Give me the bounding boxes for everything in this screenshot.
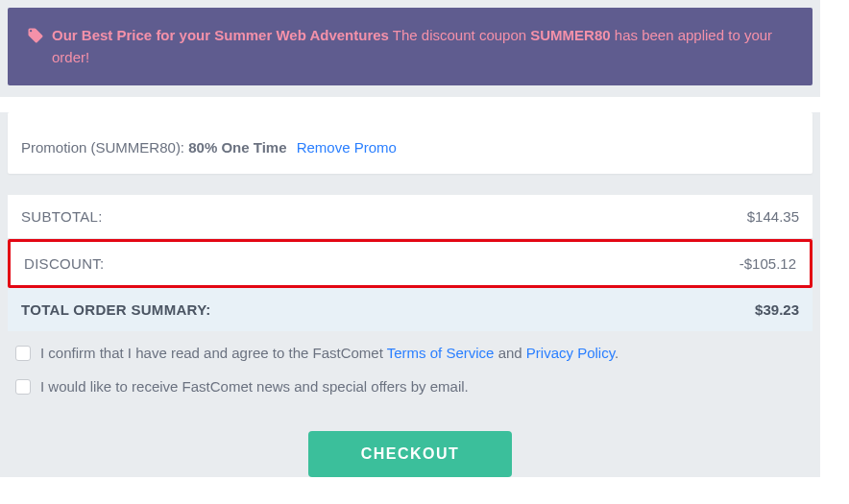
- total-label: TOTAL ORDER SUMMARY:: [21, 301, 211, 318]
- agree-and: and: [494, 345, 525, 361]
- terms-agree-checkbox[interactable]: [15, 346, 31, 361]
- checkout-button[interactable]: CHECKOUT: [308, 431, 513, 477]
- subtotal-row: SUBTOTAL: $144.35: [8, 195, 813, 239]
- discount-label: DISCOUNT:: [24, 255, 105, 272]
- promotion-amount: 80% One Time: [188, 139, 286, 156]
- newsletter-line: I would like to receive FastComet news a…: [15, 378, 805, 395]
- banner-mid1: The discount coupon: [389, 27, 530, 43]
- tag-icon: [27, 27, 44, 48]
- terms-of-service-link[interactable]: Terms of Service: [387, 345, 495, 361]
- promotion-line: Promotion (SUMMER80): 80% One Time: [21, 139, 291, 156]
- agree-dot: .: [615, 345, 619, 361]
- promo-banner: Our Best Price for your Summer Web Adven…: [8, 8, 813, 85]
- subtotal-value: $144.35: [747, 208, 799, 225]
- newsletter-text: I would like to receive FastComet news a…: [40, 378, 469, 395]
- banner-headline: Our Best Price for your Summer Web Adven…: [52, 27, 389, 43]
- discount-value: -$105.12: [740, 255, 796, 272]
- promo-banner-text: Our Best Price for your Summer Web Adven…: [52, 25, 793, 68]
- newsletter-checkbox[interactable]: [15, 379, 31, 395]
- privacy-policy-link[interactable]: Privacy Policy: [526, 345, 615, 361]
- total-value: $39.23: [755, 301, 799, 318]
- discount-row: DISCOUNT: -$105.12: [8, 239, 813, 288]
- order-summary: SUBTOTAL: $144.35 DISCOUNT: -$105.12 TOT…: [8, 195, 813, 331]
- terms-agree-line: I confirm that I have read and agree to …: [15, 345, 805, 361]
- total-row: TOTAL ORDER SUMMARY: $39.23: [8, 288, 813, 331]
- promotion-prefix: Promotion (SUMMER80):: [21, 139, 188, 156]
- terms-agree-text: I confirm that I have read and agree to …: [40, 345, 619, 361]
- promotion-card: Promotion (SUMMER80): 80% One Time Remov…: [8, 112, 813, 174]
- remove-promo-link[interactable]: Remove Promo: [297, 139, 397, 156]
- subtotal-label: SUBTOTAL:: [21, 208, 103, 225]
- banner-code: SUMMER80: [530, 27, 610, 43]
- agree-pre: I confirm that I have read and agree to …: [40, 345, 387, 361]
